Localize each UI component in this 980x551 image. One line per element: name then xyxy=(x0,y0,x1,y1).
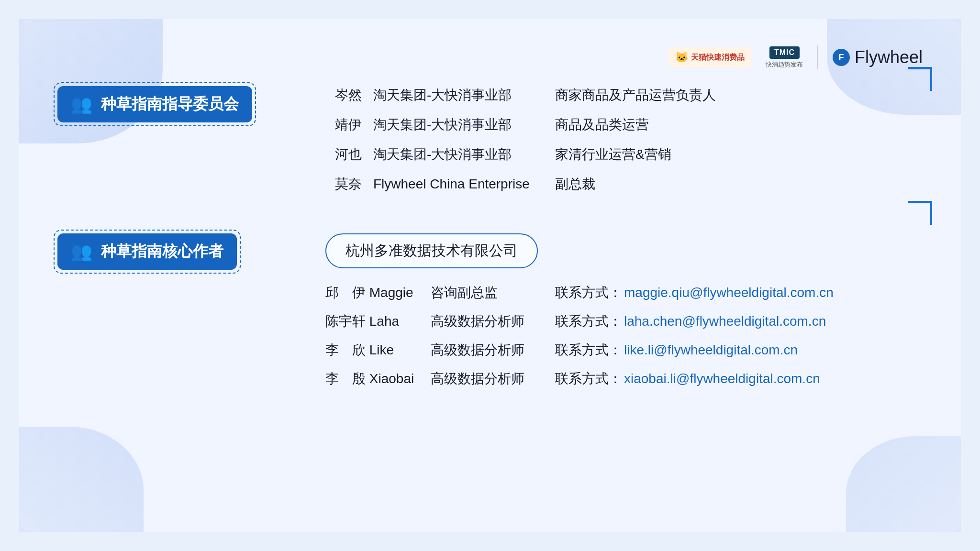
section1-left: 👥 种草指南指导委员会 xyxy=(57,86,297,122)
section2-left: 👥 种草指南核心作者 xyxy=(57,233,297,270)
tmall-cat-icon: 🐱 xyxy=(675,51,688,64)
tmall-logo: 🐱 天猫快速消费品 xyxy=(668,47,751,67)
author-email: like.li@flywheeldigital.com.cn xyxy=(624,342,798,358)
flywheel-name: Flywheel xyxy=(855,47,923,67)
decorative-blob-bl xyxy=(19,427,144,532)
committee-icon: 👥 xyxy=(71,94,92,114)
main-content: 👥 种草指南指导委员会 岑然 淘天集团-大快消事业部 商家商品及产品运营负责人 … xyxy=(57,86,923,427)
section1-body: 👥 种草指南指导委员会 岑然 淘天集团-大快消事业部 商家商品及产品运营负责人 … xyxy=(57,86,923,205)
person-name: 河也 xyxy=(335,145,373,164)
author-title: 高级数据分析师 xyxy=(431,312,555,331)
author-contact-label: 联系方式： xyxy=(555,341,622,359)
person-org: 淘天集团-大快消事业部 xyxy=(373,116,555,134)
section2-badge-text: 种草指南核心作者 xyxy=(101,241,223,262)
author-contact-label: 联系方式： xyxy=(555,312,622,331)
corner-bracket-1 xyxy=(908,67,932,91)
section2-body: 👥 种草指南核心作者 杭州多准数据技术有限公司 邱 伊 Maggie 咨询副总监… xyxy=(57,233,923,398)
section-committee: 👥 种草指南指导委员会 岑然 淘天集团-大快消事业部 商家商品及产品运营负责人 … xyxy=(57,86,923,205)
section1-right: 岑然 淘天集团-大快消事业部 商家商品及产品运营负责人 靖伊 淘天集团-大快消事… xyxy=(325,86,923,205)
author-name: 陈宇轩 Laha xyxy=(325,312,431,331)
section1-badge-text: 种草指南指导委员会 xyxy=(101,94,239,115)
tmic-logo: TMIC 快消趋势发布 xyxy=(766,46,803,69)
author-name: 李 欣 Like xyxy=(325,341,431,359)
author-title: 高级数据分析师 xyxy=(431,370,555,388)
author-name: 邱 伊 Maggie xyxy=(325,284,431,302)
author-email: maggie.qiu@flywheeldigital.com.cn xyxy=(624,285,834,300)
flywheel-circle-icon: F xyxy=(833,49,850,66)
author-row: 陈宇轩 Laha 高级数据分析师 联系方式： laha.chen@flywhee… xyxy=(325,312,923,331)
section2-badge: 👥 种草指南核心作者 xyxy=(57,233,237,270)
committee-row: 河也 淘天集团-大快消事业部 家清行业运营&营销 xyxy=(335,145,923,164)
author-row: 李 殷 Xiaobai 高级数据分析师 联系方式： xiaobai.li@fly… xyxy=(325,370,923,388)
person-org: Flywheel China Enterprise xyxy=(373,176,555,192)
person-role: 商家商品及产品运营负责人 xyxy=(555,86,716,104)
logo-divider xyxy=(817,45,818,69)
author-contact-label: 联系方式： xyxy=(555,284,622,302)
header-logos: 🐱 天猫快速消费品 TMIC 快消趋势发布 F Flywheel xyxy=(668,45,923,69)
person-role: 家清行业运营&营销 xyxy=(555,145,671,164)
section2-right: 杭州多准数据技术有限公司 邱 伊 Maggie 咨询副总监 联系方式： magg… xyxy=(325,233,923,398)
author-row: 邱 伊 Maggie 咨询副总监 联系方式： maggie.qiu@flywhe… xyxy=(325,284,923,302)
authors-icon: 👥 xyxy=(71,242,92,262)
person-role: 商品及品类运营 xyxy=(555,116,649,134)
background-card: 🐱 天猫快速消费品 TMIC 快消趋势发布 F Flywheel xyxy=(19,19,961,532)
tmic-subtitle: 快消趋势发布 xyxy=(766,60,803,69)
flywheel-logo: F Flywheel xyxy=(833,47,923,67)
committee-row: 岑然 淘天集团-大快消事业部 商家商品及产品运营负责人 xyxy=(335,86,923,104)
committee-table: 岑然 淘天集团-大快消事业部 商家商品及产品运营负责人 靖伊 淘天集团-大快消事… xyxy=(335,86,923,193)
author-email: xiaobai.li@flywheeldigital.com.cn xyxy=(624,371,820,386)
section1-badge-wrapper: 👥 种草指南指导委员会 xyxy=(57,86,252,122)
author-title: 咨询副总监 xyxy=(431,284,555,302)
author-email: laha.chen@flywheeldigital.com.cn xyxy=(624,314,826,329)
person-name: 靖伊 xyxy=(335,116,373,134)
tmall-text: 天猫快速消费品 xyxy=(691,53,745,63)
person-org: 淘天集团-大快消事业部 xyxy=(373,145,555,164)
section1-badge: 👥 种草指南指导委员会 xyxy=(57,86,252,122)
section-authors: 👥 种草指南核心作者 杭州多准数据技术有限公司 邱 伊 Maggie 咨询副总监… xyxy=(57,233,923,398)
person-org: 淘天集团-大快消事业部 xyxy=(373,86,555,104)
committee-row: 莫奈 Flywheel China Enterprise 副总裁 xyxy=(335,175,923,193)
person-name: 莫奈 xyxy=(335,175,373,193)
author-name: 李 殷 Xiaobai xyxy=(325,370,431,388)
tmic-badge: TMIC xyxy=(769,46,800,59)
committee-row: 靖伊 淘天集团-大快消事业部 商品及品类运营 xyxy=(335,116,923,134)
author-row: 李 欣 Like 高级数据分析师 联系方式： like.li@flywheeld… xyxy=(325,341,923,359)
author-title: 高级数据分析师 xyxy=(431,341,555,359)
person-name: 岑然 xyxy=(335,86,373,104)
tmall-title: 天猫快速消费品 xyxy=(691,53,745,63)
person-role: 副总裁 xyxy=(555,175,595,193)
author-contact-label: 联系方式： xyxy=(555,370,622,388)
section2-badge-wrapper: 👥 种草指南核心作者 xyxy=(57,233,237,270)
decorative-blob-br xyxy=(846,436,961,532)
author-table: 邱 伊 Maggie 咨询副总监 联系方式： maggie.qiu@flywhe… xyxy=(325,284,923,388)
company-pill: 杭州多准数据技术有限公司 xyxy=(325,233,538,268)
corner-bracket-2 xyxy=(908,201,932,225)
